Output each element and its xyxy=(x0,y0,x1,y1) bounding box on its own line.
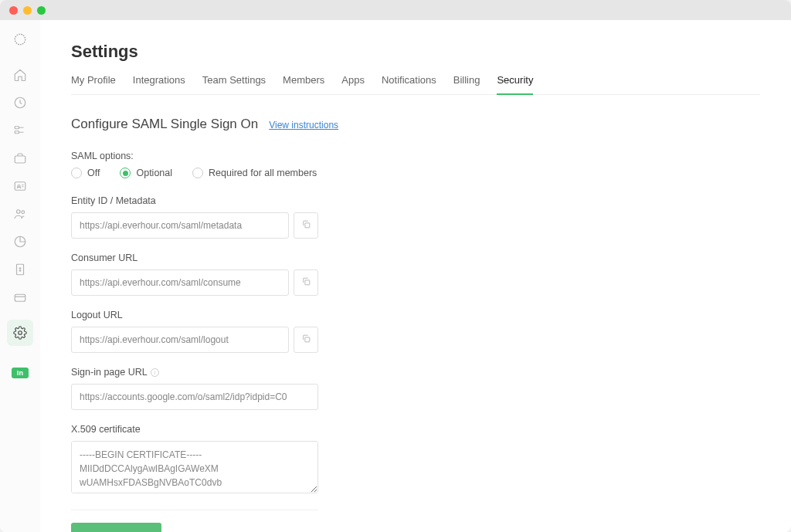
radio-label: Optional xyxy=(136,168,172,178)
entity-id-input[interactable] xyxy=(71,212,289,239)
svg-rect-4 xyxy=(15,156,25,163)
radio-off[interactable]: Off xyxy=(71,168,100,178)
info-icon[interactable]: i xyxy=(151,368,159,377)
window-close-button[interactable] xyxy=(9,6,18,15)
signin-url-input[interactable] xyxy=(71,384,318,410)
logout-url-input[interactable] xyxy=(71,327,289,353)
tab-apps[interactable]: Apps xyxy=(341,74,365,95)
consumer-url-input[interactable] xyxy=(71,269,289,296)
sidebar-item-reports[interactable] xyxy=(7,229,33,255)
consumer-url-label: Consumer URL xyxy=(71,252,318,263)
svg-point-0 xyxy=(15,34,25,45)
window-minimize-button[interactable] xyxy=(23,6,32,15)
section-title: Configure SAML Single Sign On xyxy=(71,117,258,132)
svg-point-8 xyxy=(22,211,25,214)
certificate-label: X.509 certificate xyxy=(71,424,318,435)
svg-rect-2 xyxy=(15,127,19,129)
sidebar-item-invoices[interactable] xyxy=(7,256,33,283)
sidebar-item-home[interactable] xyxy=(7,62,33,88)
svg-rect-12 xyxy=(304,223,309,228)
tab-members[interactable]: Members xyxy=(283,74,324,95)
radio-icon xyxy=(71,168,82,178)
logout-url-label: Logout URL xyxy=(71,310,318,320)
copy-icon xyxy=(301,334,311,346)
sidebar-item-team[interactable] xyxy=(7,201,33,227)
tab-notifications[interactable]: Notifications xyxy=(382,74,436,95)
certificate-textarea[interactable] xyxy=(71,441,318,493)
radio-optional[interactable]: Optional xyxy=(120,168,172,178)
svg-rect-14 xyxy=(304,337,309,342)
app-window: In Settings My Profile Integrations Team… xyxy=(0,0,791,532)
save-button[interactable]: Save Changes xyxy=(71,523,161,532)
app-body: In Settings My Profile Integrations Team… xyxy=(0,20,791,532)
copy-logout-url-button[interactable] xyxy=(294,327,318,353)
signin-url-label: Sign-in page URL i xyxy=(71,367,318,378)
sidebar: In xyxy=(0,20,40,532)
svg-point-11 xyxy=(19,331,22,335)
copy-consumer-url-button[interactable] xyxy=(294,269,318,296)
svg-rect-13 xyxy=(304,280,309,285)
radio-icon xyxy=(120,168,131,178)
svg-rect-3 xyxy=(15,131,19,134)
radio-icon xyxy=(192,168,203,178)
tab-team-settings[interactable]: Team Settings xyxy=(202,74,266,95)
main-content: Settings My Profile Integrations Team Se… xyxy=(40,20,791,532)
sidebar-item-tasks[interactable] xyxy=(7,117,33,144)
tab-my-profile[interactable]: My Profile xyxy=(71,74,116,95)
tab-billing[interactable]: Billing xyxy=(453,74,480,95)
saml-options-label: SAML options: xyxy=(71,151,760,161)
copy-icon xyxy=(301,276,311,289)
logo-icon[interactable] xyxy=(7,26,33,53)
window-maximize-button[interactable] xyxy=(37,6,46,15)
divider xyxy=(71,510,318,510)
page-title: Settings xyxy=(71,42,760,62)
tab-security[interactable]: Security xyxy=(497,74,533,95)
sidebar-item-time[interactable] xyxy=(7,90,33,116)
radio-label: Required for all members xyxy=(209,168,317,178)
tab-integrations[interactable]: Integrations xyxy=(133,74,185,95)
copy-entity-id-button[interactable] xyxy=(294,212,318,239)
window-titlebar xyxy=(0,0,791,20)
sidebar-item-projects[interactable] xyxy=(7,145,33,171)
sidebar-item-settings[interactable] xyxy=(7,320,33,346)
status-badge-in[interactable]: In xyxy=(12,368,29,378)
sidebar-item-expenses[interactable] xyxy=(7,284,33,310)
saml-options-radio-group: Off Optional Required for all members xyxy=(71,168,760,178)
entity-id-label: Entity ID / Metadata xyxy=(71,195,318,206)
copy-icon xyxy=(301,219,311,232)
settings-tabs: My Profile Integrations Team Settings Me… xyxy=(71,74,760,95)
sidebar-item-clients[interactable] xyxy=(7,173,33,199)
radio-label: Off xyxy=(87,168,100,178)
svg-point-7 xyxy=(17,210,21,214)
view-instructions-link[interactable]: View instructions xyxy=(269,120,338,130)
radio-required[interactable]: Required for all members xyxy=(192,168,317,178)
svg-rect-10 xyxy=(15,294,25,301)
